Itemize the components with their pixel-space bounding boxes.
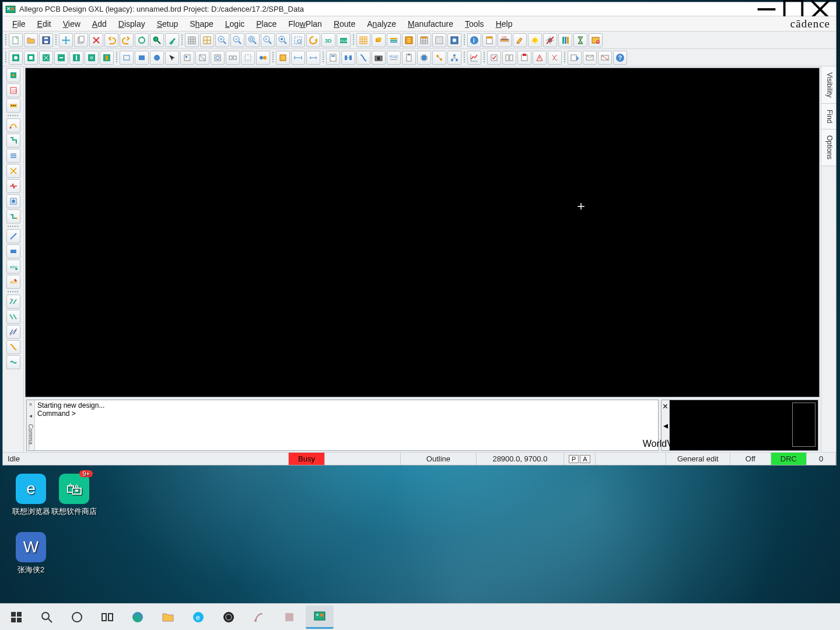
- layer-button[interactable]: [372, 33, 386, 47]
- command-gutter[interactable]: × ◂ Comma...: [27, 400, 35, 450]
- refresh-button[interactable]: [135, 33, 149, 47]
- t2-rect[interactable]: [120, 51, 134, 65]
- constraint-button[interactable]: [402, 33, 416, 47]
- t2-dim1[interactable]: [291, 51, 305, 65]
- t2-5[interactable]: [69, 51, 83, 65]
- t2-group1[interactable]: [180, 51, 194, 65]
- spreadsheet-button[interactable]: [417, 33, 431, 47]
- t2-4[interactable]: [54, 51, 68, 65]
- status-mode[interactable]: General edit: [666, 453, 730, 465]
- collapse-icon[interactable]: ◂: [29, 412, 32, 419]
- t2-group5[interactable]: [241, 51, 255, 65]
- t2-drc1[interactable]: [487, 51, 501, 65]
- zoom-prev-button[interactable]: [261, 33, 275, 47]
- pin-button[interactable]: [165, 33, 179, 47]
- status-layer[interactable]: Outline: [401, 453, 477, 465]
- collapse-icon[interactable]: ◂: [663, 420, 668, 431]
- vt-4[interactable]: [6, 118, 20, 132]
- taskview-button[interactable]: [93, 606, 121, 629]
- vt-5[interactable]: [6, 134, 20, 148]
- highlight-on-button[interactable]: [528, 33, 542, 47]
- measure-button[interactable]: 123: [498, 33, 512, 47]
- desktop-icon-doc[interactable]: W 张海侠2: [5, 532, 57, 575]
- grid-button[interactable]: [185, 33, 199, 47]
- t2-group2[interactable]: [195, 51, 209, 65]
- color-button[interactable]: [558, 33, 572, 47]
- vt-route5[interactable]: [6, 355, 20, 369]
- browser2-button[interactable]: e: [184, 606, 212, 629]
- t2-3[interactable]: [39, 51, 53, 65]
- t2-chip[interactable]: [417, 51, 431, 65]
- zoom-out-button[interactable]: [230, 33, 244, 47]
- t2-2[interactable]: [24, 51, 38, 65]
- close-icon[interactable]: ×: [663, 401, 668, 412]
- layer-grid-button[interactable]: [356, 33, 370, 47]
- menu-place[interactable]: Place: [250, 18, 282, 30]
- command-prompt[interactable]: Command >: [37, 410, 656, 418]
- script-button[interactable]: [589, 33, 603, 47]
- close-button[interactable]: [807, 2, 834, 16]
- vt-text[interactable]: abc: [6, 260, 20, 274]
- vt-line[interactable]: [6, 229, 20, 243]
- time-button[interactable]: [573, 33, 587, 47]
- worldview-body[interactable]: [670, 400, 818, 450]
- menu-edit[interactable]: Edit: [32, 18, 57, 30]
- t2-place1[interactable]: [276, 51, 290, 65]
- menu-view[interactable]: View: [57, 18, 86, 30]
- vt-rect[interactable]: [6, 244, 20, 258]
- 3d-button[interactable]: 3D: [321, 33, 335, 47]
- t2-drc2[interactable]: [502, 51, 516, 65]
- vt-3[interactable]: [6, 99, 20, 113]
- design-canvas[interactable]: ＋: [25, 68, 820, 397]
- t2-chart[interactable]: [467, 51, 481, 65]
- t2-group6[interactable]: [256, 51, 270, 65]
- t2-lib3[interactable]: [356, 51, 370, 65]
- allegro-taskbar-button[interactable]: [306, 606, 334, 629]
- menu-manufacture[interactable]: Manufacture: [402, 18, 459, 30]
- highlight-button[interactable]: [513, 33, 527, 47]
- t2-export2[interactable]: [583, 51, 597, 65]
- undo-button[interactable]: [104, 33, 118, 47]
- menu-display[interactable]: Display: [113, 18, 151, 30]
- t2-drc4[interactable]: [533, 51, 547, 65]
- save-button[interactable]: [39, 33, 53, 47]
- flip-button[interactable]: FLIP: [337, 33, 351, 47]
- vt-8[interactable]: [6, 179, 20, 193]
- vt-route2[interactable]: [6, 310, 20, 324]
- grid2-button[interactable]: [200, 33, 214, 47]
- menu-tools[interactable]: Tools: [459, 18, 490, 30]
- explorer-button[interactable]: [154, 606, 182, 629]
- vt-2[interactable]: U1: [6, 83, 20, 97]
- t2-cam[interactable]: [372, 51, 386, 65]
- rotate-button[interactable]: [306, 33, 320, 47]
- zoom-select-button[interactable]: [291, 33, 305, 47]
- t2-clip[interactable]: [402, 51, 416, 65]
- worldview-gutter[interactable]: × ◂ WorldVie...: [662, 400, 670, 450]
- edge-button[interactable]: [124, 606, 152, 629]
- maximize-button[interactable]: [780, 2, 807, 16]
- t2-7[interactable]: [100, 51, 114, 65]
- zoom-window-button[interactable]: [276, 33, 290, 47]
- vt-10[interactable]: [6, 209, 20, 223]
- status-pa[interactable]: PA: [564, 453, 596, 465]
- vt-route1[interactable]: [6, 295, 20, 309]
- new-button[interactable]: [9, 33, 23, 47]
- open-button[interactable]: [24, 33, 38, 47]
- symbol-button[interactable]: [447, 33, 461, 47]
- t2-6[interactable]: [85, 51, 99, 65]
- copy-button[interactable]: [74, 33, 88, 47]
- status-drc[interactable]: DRC: [771, 453, 807, 465]
- menu-add[interactable]: Add: [86, 18, 113, 30]
- zoom-fit-button[interactable]: [246, 33, 260, 47]
- cortana-button[interactable]: [63, 606, 91, 629]
- t2-link[interactable]: [432, 51, 446, 65]
- t2-export3[interactable]: [598, 51, 612, 65]
- start-button[interactable]: [2, 606, 30, 629]
- obs-button[interactable]: [215, 606, 243, 629]
- tab-visibility[interactable]: Visibility: [821, 66, 836, 104]
- t2-net[interactable]: R162: [387, 51, 401, 65]
- redo-button[interactable]: [120, 33, 134, 47]
- misc2-button[interactable]: [275, 606, 303, 629]
- t2-group3[interactable]: [211, 51, 225, 65]
- tab-options[interactable]: Options: [821, 130, 836, 166]
